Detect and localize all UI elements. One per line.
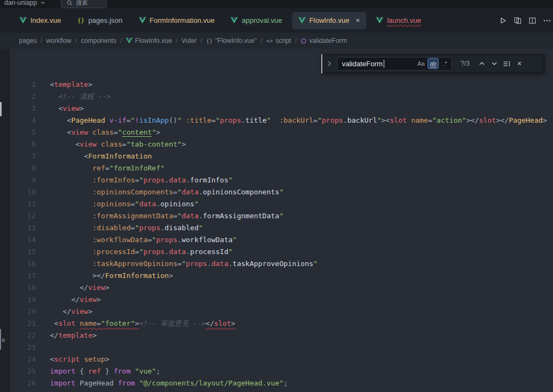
code-line[interactable]: 2 <!-- 流程 -->	[0, 91, 553, 103]
global-search-box[interactable]: 搜索	[61, 0, 107, 8]
code-line[interactable]: 20 </view>	[0, 306, 553, 318]
code-line[interactable]: 11 :opinions="data.opinions"	[0, 198, 553, 210]
code-text: :processId="props.data.processId"	[50, 246, 233, 258]
tab-list: Index.vue{}pages.jsonFormInformation.vue…	[0, 12, 428, 29]
code-line[interactable]: 9 :formInfos="props.data.formInfos"	[0, 174, 553, 186]
code-text: :workflowData="props.workflowData"	[50, 234, 237, 246]
tab-label: FlowInfo.vue	[309, 16, 349, 24]
code-line[interactable]: 8 ref="formInfoRef"	[0, 162, 553, 174]
code-line[interactable]: 16 :taskApproveOpinions="props.data.task…	[0, 258, 553, 270]
code-line[interactable]: 22</template>	[0, 330, 553, 342]
line-number: 25	[10, 365, 36, 377]
open-changes-icon[interactable]	[514, 17, 522, 24]
code-line[interactable]: 18 </view>	[0, 282, 553, 294]
find-in-selection-icon[interactable]	[503, 60, 511, 67]
code-line[interactable]: 7 <FormInformation	[0, 150, 553, 162]
project-name: dan-uniapp	[4, 0, 37, 7]
find-results-count: ?/3	[456, 60, 474, 67]
vue-file-icon	[20, 17, 27, 24]
text-cursor	[384, 60, 384, 68]
code-line[interactable]: 5 <view class="content">	[0, 127, 553, 138]
tab-flowinfo-vue[interactable]: FlowInfo.vue×	[292, 12, 366, 29]
find-input[interactable]: validateForm Aa ab .*	[337, 57, 452, 71]
code-line[interactable]: 19 </view>	[0, 294, 553, 306]
line-number: 17	[10, 270, 36, 282]
code-line[interactable]: 3 <view>	[0, 103, 553, 115]
find-nav: ×	[478, 60, 522, 67]
previous-match-icon[interactable]	[478, 60, 486, 67]
find-widget: validateForm Aa ab .* ?/3 ×	[322, 54, 544, 73]
code-line[interactable]: 23	[0, 342, 553, 353]
json-file-icon: {}	[77, 17, 84, 24]
symbol-code-icon: <>	[266, 38, 273, 44]
search-icon	[67, 0, 73, 6]
breadcrumb-item-validateform[interactable]: validateForm	[301, 37, 347, 45]
code-line[interactable]: 17 ></FormInformation>	[0, 270, 553, 282]
find-query: validateForm	[342, 60, 383, 68]
breadcrumb-separator: /	[75, 37, 77, 45]
line-number: 26	[10, 377, 36, 389]
tab-forminformation-vue[interactable]: FormInformation.vue	[132, 12, 221, 29]
split-editor-icon[interactable]	[529, 17, 536, 24]
code-text: </view>	[50, 294, 101, 306]
code-line[interactable]: 15 :processId="props.data.processId"	[0, 246, 553, 258]
tab-launch-vue[interactable]: launch.vue	[370, 12, 428, 29]
close-icon[interactable]: ×	[356, 17, 360, 24]
global-search-label: 搜索	[76, 0, 88, 7]
project-menu[interactable]: dan-uniapp	[4, 0, 46, 7]
tab-label: approval.vue	[241, 16, 282, 24]
code-text: <script setup>	[50, 353, 110, 365]
code-line[interactable]: 25import { ref } from "vue";	[0, 365, 553, 377]
toggle-replace-icon[interactable]	[326, 60, 333, 67]
line-number: 12	[10, 210, 36, 222]
tab-pages-json[interactable]: {}pages.json	[71, 12, 129, 29]
breadcrumb-item-flowinfo-vue[interactable]: {}"FlowInfo.vue"	[206, 37, 257, 45]
code-line[interactable]: 14 :workflowData="props.workflowData"	[0, 234, 553, 246]
code-line[interactable]: 10 :opinionsComponents="data.opinionsCom…	[0, 186, 553, 198]
breadcrumb-label: FlowInfo.vue	[135, 37, 172, 45]
line-number: 13	[10, 222, 36, 234]
breadcrumb-item-workflow[interactable]: workflow	[46, 37, 72, 45]
chevron-down-icon	[40, 1, 46, 5]
code-text: </view>	[50, 306, 92, 318]
symbol-method-icon	[301, 38, 307, 44]
close-icon[interactable]: ×	[517, 60, 522, 67]
code-text: :formAssignmentData="data.formAssignment…	[50, 210, 284, 222]
run-icon[interactable]	[499, 17, 507, 24]
code-line[interactable]: 26import PageHead from "@/components/lay…	[0, 377, 553, 389]
breadcrumb-item-vuter[interactable]: Vuter	[181, 37, 196, 45]
find-toggles: Aa ab .*	[416, 58, 452, 69]
code-text: :opinionsComponents="data.opinionsCompon…	[50, 186, 284, 198]
code-line[interactable]: 6 <view class="tab-content">	[0, 138, 553, 150]
code-line[interactable]: 12 :formAssignmentData="data.formAssignm…	[0, 210, 553, 222]
code-area[interactable]: 1<template>2 <!-- 流程 -->3 <view>4 <PageH…	[0, 79, 553, 389]
code-line[interactable]: 21 <slot name="footer"><!-- 审批意见 --></sl…	[0, 318, 553, 330]
breadcrumb-item-components[interactable]: components	[81, 37, 116, 45]
next-match-icon[interactable]	[491, 60, 498, 67]
code-text: <view>	[50, 103, 84, 115]
code-text: <!-- 流程 -->	[50, 91, 111, 103]
breadcrumb-separator: /	[260, 37, 262, 45]
whole-word-toggle[interactable]: ab	[428, 58, 438, 69]
breadcrumb-item-script[interactable]: <>script	[266, 37, 291, 45]
code-line[interactable]: 4 <PageHead v-if="!isInApp()" :title="pr…	[0, 115, 553, 127]
code-line[interactable]: 1<template>	[0, 79, 553, 91]
tab-approval-vue[interactable]: approval.vue	[224, 12, 288, 29]
match-case-toggle[interactable]: Aa	[416, 58, 427, 69]
line-number: 3	[10, 103, 36, 115]
code-text: :taskApproveOpinions="props.data.taskApp…	[50, 258, 317, 270]
left-rail: e	[0, 49, 10, 392]
line-number: 20	[10, 306, 36, 318]
tab-index-vue[interactable]: Index.vue	[13, 12, 67, 29]
regex-toggle[interactable]: .*	[440, 58, 450, 69]
tab-label: pages.json	[88, 16, 123, 24]
more-actions-icon[interactable]	[543, 20, 551, 22]
code-line[interactable]: 24<script setup>	[0, 353, 553, 365]
breadcrumb-item-pages[interactable]: pages	[19, 37, 37, 45]
tab-label: launch.vue	[387, 16, 421, 24]
code-text: import PageHead from "@/components/layou…	[50, 377, 288, 389]
find-widget-sash[interactable]	[321, 54, 322, 73]
breadcrumb-item-flowinfo-vue[interactable]: FlowInfo.vue	[126, 37, 172, 45]
line-number: 16	[10, 258, 36, 270]
code-line[interactable]: 13 :disabled="props.disabled"	[0, 222, 553, 234]
